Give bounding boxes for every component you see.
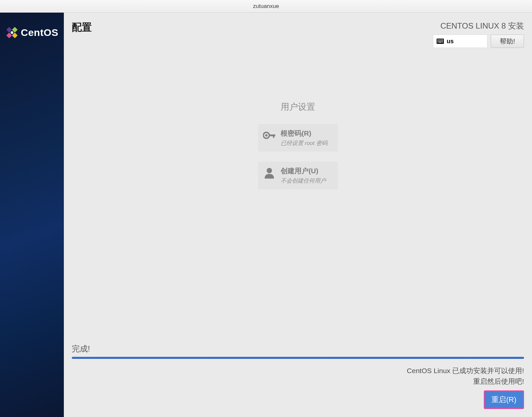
svg-rect-8	[440, 40, 441, 40]
key-icon	[263, 129, 276, 142]
root-password-text: 根密码(R) 已经设置 root 密码	[281, 129, 333, 147]
install-title: CENTOS LINUX 8 安装	[440, 21, 524, 31]
window-body: CentOS 配置 CENTOS LINUX 8 安装	[0, 13, 532, 417]
svg-rect-15	[442, 41, 443, 41]
svg-rect-11	[438, 41, 438, 41]
page-title: 配置	[72, 21, 92, 34]
svg-rect-13	[440, 41, 441, 41]
user-icon	[263, 166, 276, 180]
header: 配置 CENTOS LINUX 8 安装	[64, 13, 532, 48]
svg-rect-17	[439, 42, 442, 43]
svg-rect-10	[442, 40, 443, 40]
root-password-desc: 已经设置 root 密码	[281, 139, 333, 147]
header-right-row: us 帮助!	[433, 35, 524, 48]
svg-rect-12	[439, 41, 439, 41]
svg-point-4	[11, 31, 13, 34]
create-user-card[interactable]: 创建用户(U) 不会创建任何用户	[258, 162, 338, 189]
user-settings-title: 用户设置	[281, 101, 315, 113]
centos-brand: CentOS	[5, 26, 58, 39]
reboot-region: 重启(R)	[64, 386, 532, 417]
svg-rect-6	[438, 40, 438, 40]
create-user-title: 创建用户(U)	[281, 166, 333, 176]
center-area: 用户设置 根密码(R) 已经设置 root 密码	[64, 48, 532, 340]
keyboard-layout-label: us	[447, 38, 454, 45]
svg-rect-7	[439, 40, 439, 40]
svg-rect-18	[442, 42, 443, 43]
svg-rect-14	[441, 41, 442, 41]
help-button[interactable]: 帮助!	[491, 35, 524, 48]
svg-rect-16	[438, 42, 438, 43]
svg-rect-22	[273, 135, 274, 138]
sidebar: CentOS	[0, 13, 64, 417]
root-password-title: 根密码(R)	[281, 129, 333, 138]
reboot-button[interactable]: 重启(R)	[484, 390, 524, 409]
status-line-2: 重启然后使用吧!	[72, 376, 524, 387]
create-user-text: 创建用户(U) 不会创建任何用户	[281, 166, 333, 185]
status-line-1: CentOS Linux 已成功安装并可以使用!	[72, 365, 524, 376]
progress-region: 完成!	[64, 344, 532, 359]
window-titlebar: zutuanxue	[0, 0, 532, 13]
keyboard-layout-indicator[interactable]: us	[433, 35, 487, 48]
svg-point-23	[267, 168, 272, 173]
brand-name: CentOS	[21, 27, 58, 38]
status-region: CentOS Linux 已成功安装并可以使用! 重启然后使用吧!	[64, 359, 532, 386]
main-content: 配置 CENTOS LINUX 8 安装	[64, 13, 532, 417]
svg-rect-9	[441, 40, 442, 40]
svg-point-20	[265, 134, 268, 137]
keyboard-icon	[437, 39, 444, 44]
header-right: CENTOS LINUX 8 安装	[433, 21, 524, 48]
centos-logo-icon	[5, 26, 19, 39]
create-user-desc: 不会创建任何用户	[281, 177, 333, 185]
root-password-card[interactable]: 根密码(R) 已经设置 root 密码	[258, 124, 338, 152]
progress-label: 完成!	[72, 344, 524, 354]
window-title: zutuanxue	[253, 3, 279, 10]
